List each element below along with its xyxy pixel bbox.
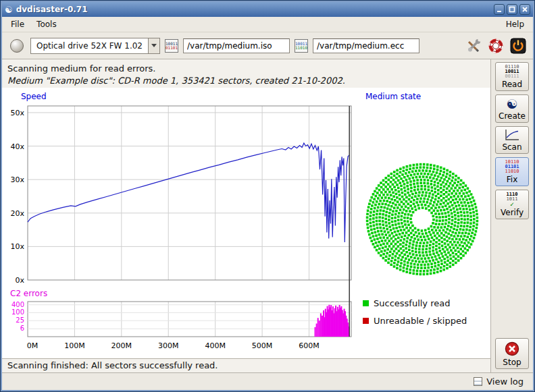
speed-c2-chart: 0M100M200M300M400M500M600M50x40x30x20x10… <box>2 99 367 356</box>
lifebuoy-icon <box>488 38 504 54</box>
stop-button-label: Stop <box>503 358 521 367</box>
window-icon: ☯ <box>5 5 13 14</box>
log-icon <box>474 377 482 386</box>
app-window: ☯ dvdisaster-0.71 File Tools Help Optica… <box>2 2 533 390</box>
svg-text:40x: 40x <box>10 142 24 151</box>
window-frame: ☯ dvdisaster-0.71 File Tools Help Optica… <box>0 0 535 392</box>
legend-read-swatch <box>363 300 369 306</box>
drive-selector[interactable]: Optical drive 52X FW 1.02 <box>30 38 160 54</box>
svg-text:0x: 0x <box>15 276 24 285</box>
status-block: Scanning medium for read errors. Medium … <box>2 59 490 88</box>
image-path-input[interactable] <box>183 38 290 53</box>
medium-state-disc <box>358 155 486 283</box>
maximize-button[interactable] <box>507 4 517 15</box>
svg-text:25: 25 <box>16 316 24 324</box>
menu-help[interactable]: Help <box>500 18 530 31</box>
read-button[interactable]: 01110 10011 00111 Read <box>495 62 529 91</box>
svg-text:30x: 30x <box>10 175 24 184</box>
legend-row-unreadable: Unreadable / skipped <box>363 316 467 326</box>
create-button-label: Create <box>499 111 526 121</box>
view-log-label: View log <box>486 376 524 387</box>
preferences-button[interactable] <box>465 37 482 55</box>
image-file-icon: 10011 01101 <box>165 39 178 53</box>
yin-yang-icon: ☯ <box>506 97 517 111</box>
scan-button[interactable]: Scan <box>495 126 529 154</box>
stop-icon <box>504 341 520 357</box>
medium-state-title: Medium state <box>365 92 421 101</box>
legend-unreadable-label: Unreadable / skipped <box>374 316 467 326</box>
stop-button[interactable]: Stop <box>495 338 529 369</box>
legend-read-label: Successfully read <box>374 298 450 308</box>
create-button[interactable]: ☯ Create <box>495 94 529 123</box>
svg-text:100: 100 <box>11 308 24 316</box>
wrench-icon <box>465 38 482 54</box>
svg-text:10x: 10x <box>10 242 24 251</box>
binary-fix-icon: 10110 01101 11010 <box>505 160 519 174</box>
fix-button-label: Fix <box>507 175 517 184</box>
svg-text:50x: 50x <box>10 109 24 117</box>
action-sidebar: 01110 10011 00111 Read ☯ Create Scan 1 <box>491 59 533 372</box>
svg-text:100M: 100M <box>64 341 85 350</box>
color-wheel-button[interactable] <box>487 37 505 55</box>
svg-text:6: 6 <box>20 325 24 332</box>
svg-text:0M: 0M <box>27 341 39 350</box>
binary-read-icon: 01110 10011 00111 <box>505 65 519 79</box>
svg-text:400M: 400M <box>205 341 226 350</box>
legend-unreadable-swatch <box>363 318 369 324</box>
view-log-button[interactable]: View log <box>469 374 528 389</box>
status-line-1: Scanning medium for read errors. <box>7 63 485 75</box>
main-panel: Scanning medium for read errors. Medium … <box>2 59 491 372</box>
titlebar[interactable]: ☯ dvdisaster-0.71 <box>2 2 533 17</box>
chevron-down-icon <box>148 38 159 53</box>
quit-button[interactable] <box>509 37 527 55</box>
scan-result-status: Scanning finished: All sectors successfu… <box>2 358 490 372</box>
drive-icon <box>10 39 24 53</box>
footer-bar: View log <box>2 372 533 390</box>
toolbar: Optical drive 52X FW 1.02 10011 01101 10… <box>2 32 533 59</box>
svg-text:200M: 200M <box>111 341 132 350</box>
fix-button[interactable]: 10110 01101 11010 Fix <box>495 157 529 186</box>
verify-button-label: Verify <box>501 208 524 217</box>
menu-file[interactable]: File <box>5 18 30 31</box>
power-icon <box>510 38 526 54</box>
svg-text:20x: 20x <box>10 209 24 218</box>
svg-text:500M: 500M <box>252 341 273 350</box>
read-button-label: Read <box>502 80 522 89</box>
main-row: Scanning medium for read errors. Medium … <box>2 59 533 372</box>
status-line-2: Medium "Example disc": CD-R mode 1, 3534… <box>7 75 485 87</box>
chart-area: Speed Medium state C2 errors 0M100M200M3… <box>2 88 490 358</box>
binary-verify-icon: 1110 1011 ✓ <box>507 192 518 207</box>
legend-row-read: Successfully read <box>363 298 467 308</box>
medium-state-legend: Successfully read Unreadable / skipped <box>363 298 467 333</box>
svg-text:300M: 300M <box>158 341 179 350</box>
svg-text:400: 400 <box>11 301 24 308</box>
menu-tools[interactable]: Tools <box>30 18 63 31</box>
minimize-button[interactable] <box>494 4 505 15</box>
window-title: dvdisaster-0.71 <box>16 5 490 14</box>
drive-button[interactable] <box>8 37 26 55</box>
svg-text:600M: 600M <box>299 341 320 350</box>
ecc-file-icon: 10011 11010 <box>295 39 308 53</box>
menubar: File Tools Help <box>2 17 533 32</box>
ecc-path-input[interactable] <box>313 38 419 53</box>
drive-selector-value: Optical drive 52X FW 1.02 <box>31 41 148 51</box>
scan-button-label: Scan <box>502 142 521 152</box>
verify-button[interactable]: 1110 1011 ✓ Verify <box>495 190 529 219</box>
check-icon: ✓ <box>510 202 514 207</box>
scan-chart-icon <box>504 129 520 142</box>
close-button[interactable] <box>519 4 530 15</box>
